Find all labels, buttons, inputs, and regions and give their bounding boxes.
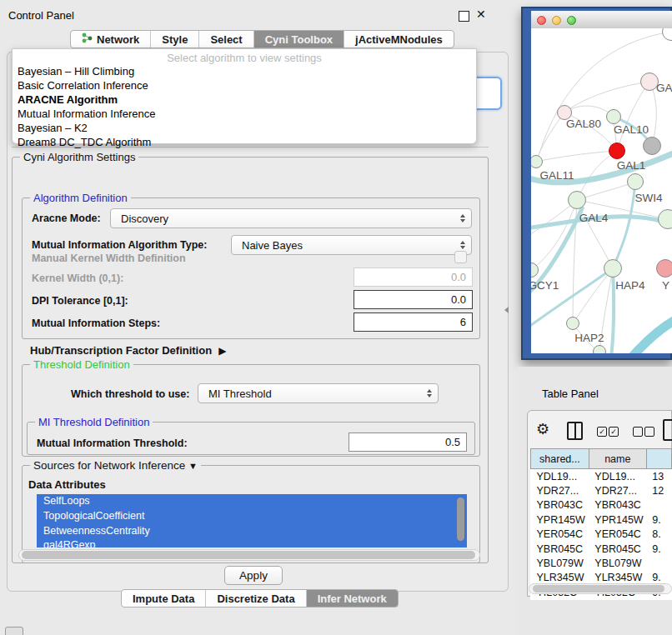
table-row[interactable]: YDL19...YDL19...13: [531, 469, 672, 484]
table-row[interactable]: YDR27...YDR27...12: [531, 483, 672, 498]
tab-jactivemnodules[interactable]: jActiveMNodules: [344, 31, 454, 48]
mi-algorithm-type-combobox[interactable]: Naive Bayes: [231, 235, 472, 255]
close-icon[interactable]: ✕: [476, 8, 486, 21]
algorithm-option[interactable]: ARACNE Algorithm: [13, 92, 476, 107]
table-column-header[interactable]: [646, 449, 671, 469]
tab-infer-network[interactable]: Infer Network: [307, 590, 398, 607]
float-window-icon[interactable]: [459, 11, 469, 22]
table-cell[interactable]: YBL079W: [589, 556, 646, 570]
apply-button[interactable]: Apply: [224, 566, 283, 585]
table-cell[interactable]: 9.: [646, 512, 671, 527]
data-attribute-item[interactable]: TopologicalCoefficient: [37, 509, 467, 524]
tab-impute-data[interactable]: Impute Data: [122, 590, 206, 607]
table-row[interactable]: YBL079WYBL079W: [531, 556, 672, 570]
aracne-mode-combobox[interactable]: Discovery: [110, 208, 472, 228]
tab-network[interactable]: Network: [71, 31, 151, 48]
table-cell[interactable]: YBR045C: [531, 542, 589, 556]
dpi-tolerance-field[interactable]: 0.0: [354, 290, 473, 309]
select-all-checkbox-icon[interactable]: ✓: [597, 427, 607, 437]
zoom-traffic-light[interactable]: [567, 16, 576, 25]
network-node-gal1[interactable]: [627, 173, 644, 190]
algorithm-dropdown-list[interactable]: Select algorithm to view settings Bayesi…: [12, 48, 477, 144]
close-traffic-light[interactable]: [537, 16, 546, 25]
network-node-gcy1[interactable]: [531, 262, 539, 278]
mi-threshold-field[interactable]: 0.5: [349, 432, 467, 452]
table-column-header[interactable]: name: [589, 449, 646, 469]
network-window-titlebar[interactable]: [531, 11, 672, 29]
table-cell[interactable]: [646, 556, 671, 570]
table-row[interactable]: YBR043CYBR043C: [531, 498, 672, 512]
network-node-hap4[interactable]: [604, 259, 622, 278]
algorithm-option[interactable]: Dream8 DC_TDC Algorithm: [13, 135, 476, 149]
data-attribute-item[interactable]: gal4RGexp: [37, 538, 467, 548]
mi-steps-field[interactable]: 6: [354, 312, 473, 332]
tab-style[interactable]: Style: [151, 31, 199, 48]
tab-select[interactable]: Select: [199, 31, 253, 48]
network-node-gal11[interactable]: [531, 155, 543, 168]
network-node-hap2[interactable]: [566, 317, 579, 330]
table-row[interactable]: YER054CYER054C8.: [531, 528, 672, 542]
table-cell[interactable]: YER054C: [531, 528, 589, 542]
document-icon[interactable]: [663, 419, 672, 441]
which-threshold-combobox[interactable]: MI Threshold: [198, 383, 439, 403]
network-node[interactable]: [643, 137, 661, 155]
tab-cyni-toolbox[interactable]: Cyni Toolbox: [254, 31, 344, 48]
table-hscrollbar-thumb[interactable]: [533, 585, 664, 592]
table-row[interactable]: YBR045CYBR045C9.: [531, 542, 672, 556]
table-cell[interactable]: 13: [646, 469, 671, 484]
columns-icon[interactable]: [567, 422, 583, 440]
table-row[interactable]: YPR145WYPR145W9.: [531, 512, 672, 527]
table-cell[interactable]: 12: [646, 483, 671, 498]
algorithm-option[interactable]: Basic Correlation Inference: [13, 78, 476, 92]
data-attribute-item[interactable]: SelfLoops: [37, 494, 467, 509]
manual-kernel-checkbox[interactable]: [454, 251, 467, 263]
select-all-checkbox-icon[interactable]: ✓: [609, 427, 619, 437]
algorithm-option[interactable]: Bayesian – K2: [13, 121, 476, 135]
panel-splitter-handle[interactable]: [504, 307, 509, 313]
table-cell[interactable]: YBR045C: [589, 542, 646, 556]
node-attribute-table[interactable]: shared...name YDL19...YDL19...13YDR27...…: [530, 448, 672, 600]
table-cell[interactable]: YPR145W: [589, 512, 646, 527]
network-canvas[interactable]: GAL7GAL80GAL10GAL1SWI4GAL11GAL4GCY1HAP4Y…: [531, 28, 672, 353]
table-cell[interactable]: YDL19...: [531, 469, 589, 484]
data-attribute-item[interactable]: BetweennessCentrality: [37, 524, 467, 539]
data-attributes-list[interactable]: SelfLoopsTopologicalCoefficientBetweenne…: [37, 494, 467, 548]
algorithm-option[interactable]: Bayesian – Hill Climbing: [13, 64, 476, 78]
sources-title[interactable]: Sources for Network Inference ▼: [30, 459, 201, 472]
tab-discretize-data-label: Discretize Data: [217, 592, 294, 605]
algorithm-option[interactable]: Mutual Information Inference: [13, 107, 476, 121]
kernel-width-field[interactable]: 0.0: [354, 268, 473, 287]
table-cell[interactable]: 9.: [646, 542, 671, 556]
settings-scrollbar[interactable]: [492, 55, 503, 560]
table-cell[interactable]: YBR043C: [531, 498, 589, 512]
tab-discretize-data[interactable]: Discretize Data: [206, 590, 306, 607]
network-node-gal10[interactable]: [606, 109, 621, 124]
table-cell[interactable]: YBL079W: [531, 556, 589, 570]
network-node[interactable]: [593, 345, 606, 353]
table-cell[interactable]: YER054C: [589, 528, 646, 542]
screen: Control Panel ✕ Network Style Select Cyn…: [0, 0, 672, 635]
network-node-swi4[interactable]: [658, 209, 672, 229]
deselect-all-checkbox-icon[interactable]: [633, 427, 643, 437]
table-column-header[interactable]: shared...: [531, 449, 589, 469]
hub-section-toggle[interactable]: Hub/Transcription Factor Definition▶: [30, 344, 226, 357]
table-cell[interactable]: YDR27...: [589, 483, 646, 498]
table-cell[interactable]: YDL19...: [589, 469, 646, 484]
table-cell[interactable]: YDR27...: [531, 483, 589, 498]
gear-icon[interactable]: ⚙: [536, 420, 549, 438]
table-header[interactable]: shared...name: [531, 449, 672, 469]
attributes-scrollbar-thumb[interactable]: [457, 498, 464, 541]
table-cell[interactable]: [646, 498, 671, 512]
table-cell[interactable]: 8.: [646, 528, 671, 542]
network-node[interactable]: [662, 28, 672, 41]
network-node-y[interactable]: [656, 259, 672, 278]
network-node[interactable]: [609, 142, 625, 159]
minimize-traffic-light[interactable]: [552, 16, 561, 25]
attributes-hscrollbar-thumb[interactable]: [22, 551, 475, 559]
table-cell[interactable]: YPR145W: [531, 512, 589, 527]
corner-widget[interactable]: [5, 627, 23, 635]
node-label: GAL10: [614, 123, 649, 136]
network-node-gal4[interactable]: [568, 191, 586, 209]
table-cell[interactable]: YBR043C: [589, 498, 646, 512]
deselect-all-checkbox-icon[interactable]: [644, 427, 654, 437]
